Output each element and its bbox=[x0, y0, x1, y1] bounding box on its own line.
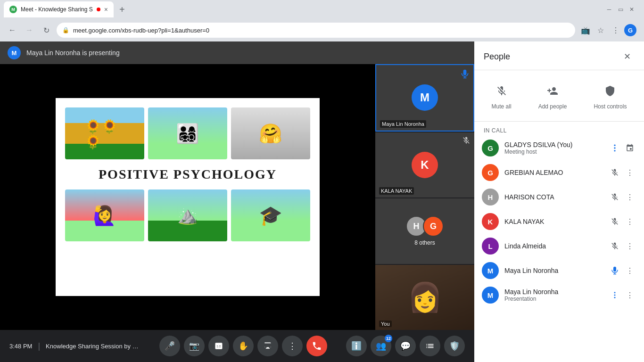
controls-bar: 3:48 PM | Knowledge Sharing Session by M… bbox=[0, 330, 474, 362]
info-button[interactable]: ℹ️ bbox=[346, 336, 367, 356]
participant-pin-btn[interactable] bbox=[623, 141, 636, 155]
safety-button[interactable]: 🛡️ bbox=[444, 336, 465, 356]
activities-button[interactable] bbox=[420, 336, 440, 356]
presentation-area: POSITIVE PSYCHOLOGY bbox=[0, 64, 375, 330]
minimize-button[interactable]: ─ bbox=[604, 5, 614, 14]
cast-icon[interactable]: 📺 bbox=[579, 24, 592, 37]
participant-options-btn[interactable]: ⋮ bbox=[623, 215, 636, 228]
maximize-button[interactable]: ▭ bbox=[616, 5, 625, 14]
webcam-person-icon: 👩 bbox=[407, 280, 443, 314]
address-bar[interactable]: 🔒 meet.google.com/xbs-rudb-uep?pli=1&aut… bbox=[57, 23, 575, 38]
quick-actions: Mute all Add people Host controls bbox=[474, 70, 644, 122]
participant-item: M Maya Lin Noronha ⋮ bbox=[474, 258, 644, 283]
participant-more-btn[interactable] bbox=[608, 141, 621, 155]
participant-options-btn[interactable]: ⋮ bbox=[623, 264, 636, 277]
reload-button[interactable]: ↻ bbox=[40, 24, 53, 37]
participant-name: KALA NAYAK bbox=[504, 218, 603, 225]
mute-all-label: Mute all bbox=[492, 103, 512, 110]
svg-point-5 bbox=[614, 297, 616, 298]
participant-speaking-icon bbox=[608, 264, 621, 277]
video-tile-maya: M Maya Lin Noronha bbox=[375, 64, 474, 132]
captions-button[interactable] bbox=[208, 336, 229, 356]
video-tiles: M Maya Lin Noronha K KALA NAYAK H bbox=[375, 64, 474, 330]
raise-hand-button[interactable]: ✋ bbox=[233, 336, 254, 356]
new-tab-button[interactable]: + bbox=[116, 3, 129, 16]
video-tile-you: 👩 You bbox=[375, 265, 474, 330]
add-people-action[interactable]: Add people bbox=[533, 78, 573, 114]
participants-badge: 12 bbox=[385, 335, 392, 342]
camera-button[interactable]: 📷 bbox=[184, 336, 205, 356]
participant-info: Linda Almeida bbox=[504, 242, 603, 250]
tab-favicon: M bbox=[9, 6, 17, 13]
participant-name: Linda Almeida bbox=[504, 242, 603, 250]
video-tile-others: H G 8 others bbox=[375, 198, 474, 264]
bookmark-icon[interactable]: ☆ bbox=[594, 24, 607, 37]
participant-item: M Maya Lin Noronha Presentation ⋮ bbox=[474, 283, 644, 307]
participant-options-btn[interactable]: ⋮ bbox=[623, 190, 636, 204]
participants-button[interactable]: 👥 12 bbox=[371, 336, 391, 356]
close-window-button[interactable]: ✕ bbox=[627, 5, 636, 14]
chat-button[interactable]: 💬 bbox=[395, 336, 416, 356]
others-label: 8 others bbox=[414, 239, 435, 246]
participant-mute-indicator bbox=[608, 190, 621, 204]
slide-title: POSITIVE PSYCHOLOGY bbox=[65, 167, 310, 182]
forward-button[interactable]: → bbox=[23, 24, 36, 37]
url-text: meet.google.com/xbs-rudb-uep?pli=1&authu… bbox=[73, 27, 570, 34]
participant-avatar: L bbox=[482, 238, 499, 255]
add-people-label: Add people bbox=[538, 103, 567, 110]
recording-indicator bbox=[97, 8, 100, 11]
participant-options-btn[interactable]: ⋮ bbox=[623, 166, 636, 179]
participant-name: Maya Lin Noronha bbox=[504, 288, 603, 296]
tab-close-button[interactable]: × bbox=[104, 6, 108, 13]
tile-name-kala: KALA NAYAK bbox=[379, 187, 414, 195]
participant-avatar: K bbox=[482, 213, 499, 230]
active-tab[interactable]: M Meet - Knowledge Sharing S × bbox=[4, 1, 114, 17]
participant-options-btn[interactable]: ⋮ bbox=[623, 288, 636, 302]
participants-list: G GLADYS DSILVA (You) Meeting host G bbox=[474, 136, 644, 362]
svg-point-2 bbox=[614, 150, 615, 151]
svg-point-0 bbox=[614, 145, 615, 146]
tile-name-maya: Maya Lin Noronha bbox=[380, 120, 426, 128]
participant-avatar: G bbox=[482, 140, 499, 156]
close-people-panel-button[interactable]: ✕ bbox=[619, 49, 635, 64]
mute-all-action[interactable]: Mute all bbox=[486, 78, 517, 114]
ssl-icon: 🔒 bbox=[62, 27, 69, 33]
microphone-button[interactable]: 🎤 bbox=[159, 336, 180, 356]
participant-role: Meeting host bbox=[504, 148, 603, 155]
participant-presenting-icon bbox=[608, 288, 621, 302]
mute-icon-kala bbox=[462, 136, 471, 145]
participant-info: Maya Lin Noronha Presentation bbox=[504, 288, 603, 302]
participant-mute-indicator bbox=[608, 215, 621, 228]
slide-photo-graduates bbox=[231, 189, 310, 241]
people-panel-header: People ✕ bbox=[474, 41, 644, 70]
participant-name: HARISON COTA bbox=[504, 193, 603, 201]
people-panel: People ✕ Mute all Add people Hos bbox=[474, 41, 644, 362]
end-call-button[interactable] bbox=[306, 336, 327, 356]
others-avatar-g: G bbox=[423, 216, 444, 237]
people-panel-title: People bbox=[484, 52, 510, 62]
slide-photo-hug bbox=[231, 107, 310, 159]
participant-info: GLADYS DSILVA (You) Meeting host bbox=[504, 141, 603, 155]
profile-avatar[interactable]: G bbox=[624, 24, 636, 36]
back-button[interactable]: ← bbox=[6, 24, 19, 37]
host-controls-label: Host controls bbox=[594, 103, 627, 110]
in-call-label: In call bbox=[474, 122, 644, 136]
participant-info: Maya Lin Noronha bbox=[504, 267, 603, 274]
participant-item: H HARISON COTA ⋮ bbox=[474, 185, 644, 209]
participant-name: GLADYS DSILVA (You) bbox=[504, 141, 603, 148]
more-options-button[interactable]: ⋮ bbox=[282, 336, 303, 356]
participant-options-btn[interactable]: ⋮ bbox=[623, 239, 636, 253]
presentation-slide: POSITIVE PSYCHOLOGY bbox=[56, 98, 320, 296]
presenter-text: Maya Lin Noronha is presenting bbox=[26, 49, 120, 57]
tile-avatar-maya: M bbox=[412, 84, 438, 111]
presenter-avatar: M bbox=[8, 46, 21, 59]
participant-avatar: M bbox=[482, 287, 499, 304]
menu-icon[interactable]: ⋮ bbox=[609, 24, 622, 37]
slide-photo-mountain bbox=[148, 189, 227, 241]
participant-info: GREBIAN ALEMAO bbox=[504, 169, 603, 176]
participant-name: GREBIAN ALEMAO bbox=[504, 169, 603, 176]
host-controls-action[interactable]: Host controls bbox=[588, 78, 632, 114]
participant-item: L Linda Almeida ⋮ bbox=[474, 234, 644, 258]
present-button[interactable] bbox=[257, 336, 278, 356]
tile-avatar-kala: K bbox=[412, 152, 438, 178]
